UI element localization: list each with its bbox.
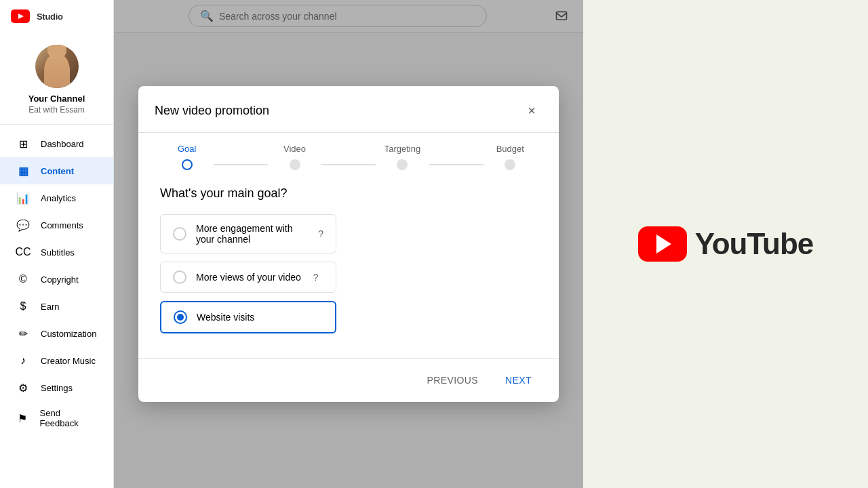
modal-overlay: New video promotion × Goal Video [114,0,583,488]
sidebar-item-content[interactable]: ▦ Content [0,157,113,184]
sidebar-item-send-feedback[interactable]: ⚑ Send Feedback [0,401,113,435]
yt-play-triangle [656,235,671,253]
sidebar-item-label: Analytics [41,193,76,203]
comments-icon: 💬 [16,218,30,232]
sidebar-item-customization[interactable]: ✏ Customization [0,320,113,347]
step-budget-label: Budget [496,144,524,154]
app-header: Studio [0,0,113,33]
option-views-label: More views of your video [196,272,301,283]
sidebar-item-label: Creator Music [41,356,96,366]
sidebar-item-subtitles[interactable]: CC Subtitles [0,239,113,266]
youtube-logo-icon [11,9,30,23]
feedback-icon: ⚑ [16,411,29,425]
customization-icon: ✏ [16,327,30,340]
sidebar-nav: ⊞ Dashboard ▦ Content 📊 Analytics 💬 Comm… [0,125,113,488]
sidebar-item-creator-music[interactable]: ♪ Creator Music [0,347,113,374]
step-budget: Budget [484,144,537,170]
step-goal-dot [182,159,193,170]
sidebar-item-label: Send Feedback [40,408,97,428]
sidebar-item-label: Copyright [41,274,79,285]
sidebar-item-label: Dashboard [41,139,84,149]
step-budget-dot [505,159,515,170]
option-engagement-label: More engagement with your channel [196,223,306,245]
dialog-header: New video promotion × [138,86,559,133]
option-views[interactable]: More views of your video ? [160,262,336,293]
dialog-body: What's your main goal? More engagement w… [138,170,559,358]
stepper: Goal Video Targeting Budget [138,133,559,170]
step-goal: Goal [160,144,214,170]
dialog-footer: PREVIOUS NEXT [138,358,559,402]
channel-subtitle: Eat with Essam [28,105,85,115]
copyright-icon: © [16,272,30,286]
help-icon-engagement[interactable]: ? [318,228,323,239]
yt-brand: YouTube [638,226,814,262]
sidebar-item-copyright[interactable]: © Copyright [0,266,113,293]
radio-inner-dot [177,314,184,321]
sidebar-item-comments[interactable]: 💬 Comments [0,211,113,239]
option-website[interactable]: Website visits [160,301,336,333]
step-connector-1 [214,164,267,165]
step-targeting: Targeting [376,144,429,170]
main-content: 🔍 New video promotion × Goal [114,0,583,488]
radio-engagement[interactable] [173,227,186,241]
content-icon: ▦ [16,164,30,178]
sidebar-item-label: Earn [41,302,59,312]
step-targeting-dot [397,159,408,170]
step-connector-3 [429,164,483,165]
analytics-icon: 📊 [16,191,30,205]
option-engagement[interactable]: More engagement with your channel ? [160,214,336,253]
channel-name: Your Channel [28,94,85,104]
sidebar-item-earn[interactable]: $ Earn [0,293,113,320]
yt-brand-text: YouTube [695,227,814,261]
settings-icon: ⚙ [16,381,30,394]
option-website-label: Website visits [197,312,254,323]
radio-website[interactable] [174,310,187,324]
next-button[interactable]: NEXT [494,369,542,391]
yt-play-icon [638,226,687,262]
sidebar-item-label: Content [41,166,74,176]
right-panel: YouTube [583,0,868,488]
help-icon-views[interactable]: ? [313,272,319,283]
previous-button[interactable]: PREVIOUS [416,369,489,391]
sidebar-item-dashboard[interactable]: ⊞ Dashboard [0,130,113,157]
step-targeting-label: Targeting [384,144,420,154]
radio-views[interactable] [173,270,186,284]
subtitles-icon: CC [16,245,30,259]
avatar [35,45,79,88]
earn-icon: $ [16,300,30,313]
sidebar-item-label: Settings [41,383,73,393]
music-icon: ♪ [16,354,30,367]
step-connector-2 [321,164,375,165]
dashboard-icon: ⊞ [16,137,30,150]
question-title: What's your main goal? [160,186,537,201]
sidebar-item-settings[interactable]: ⚙ Settings [0,374,113,401]
channel-info: Your Channel Eat with Essam [0,33,113,125]
step-video-label: Video [283,144,306,154]
promotion-dialog: New video promotion × Goal Video [138,86,559,402]
step-goal-label: Goal [178,144,196,154]
sidebar-item-label: Customization [41,329,96,339]
studio-label: Studio [37,12,63,22]
sidebar-item-label: Subtitles [41,247,75,258]
sidebar: Studio Your Channel Eat with Essam ⊞ Das… [0,0,114,488]
step-video: Video [268,144,321,170]
step-video-dot [290,159,300,170]
close-button[interactable]: × [521,100,542,121]
sidebar-item-analytics[interactable]: 📊 Analytics [0,184,113,211]
sidebar-item-label: Comments [41,220,83,230]
dialog-title: New video promotion [155,104,269,118]
